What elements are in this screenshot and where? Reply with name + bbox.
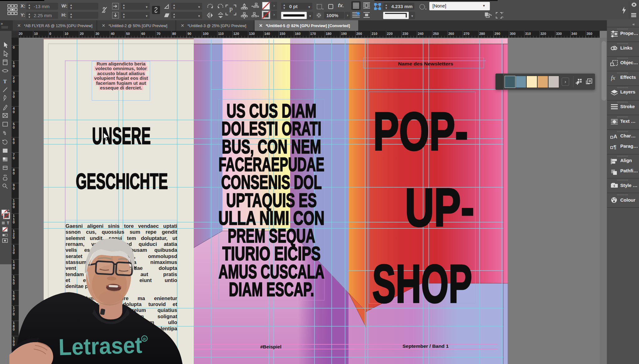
- svg-text:SHOP: SHOP: [372, 254, 472, 314]
- svg-text:UP-: UP-: [405, 177, 474, 237]
- svg-text:POP-: POP-: [373, 101, 468, 161]
- svg-text:UNSERE: UNSERE: [92, 122, 151, 149]
- svg-text:#Beispiel: #Beispiel: [260, 344, 281, 349]
- svg-text:Name des Newsletters: Name des Newsletters: [398, 61, 453, 66]
- svg-text:A: A: [613, 134, 617, 140]
- svg-text:GESCHICHTE: GESCHICHTE: [76, 169, 168, 194]
- svg-text:fx: fx: [611, 74, 615, 81]
- svg-text:T: T: [3, 79, 7, 84]
- svg-text:T: T: [7, 221, 9, 225]
- svg-text:¶: ¶: [613, 144, 616, 150]
- svg-text:September / Band 1: September / Band 1: [402, 343, 449, 349]
- svg-text:DIAM ESCAP.: DIAM ESCAP.: [229, 278, 314, 300]
- svg-text:P: P: [229, 7, 232, 13]
- svg-text:R: R: [143, 337, 146, 341]
- svg-text:Letraset: Letraset: [58, 332, 143, 360]
